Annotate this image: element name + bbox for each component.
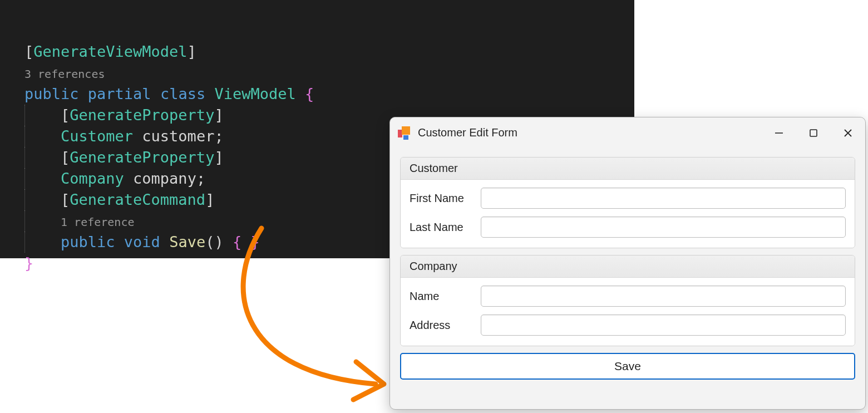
bracket-open: [ [61, 106, 70, 124]
company-name-label: Name [410, 290, 481, 303]
codelens-class[interactable]: 3 references [24, 67, 105, 81]
close-button[interactable] [831, 117, 865, 148]
company-address-label: Address [410, 319, 481, 332]
titlebar[interactable]: Customer Edit Form [390, 117, 865, 148]
brace-close: } [24, 254, 33, 272]
svg-rect-1 [810, 130, 817, 136]
first-name-input[interactable] [481, 188, 846, 209]
maximize-icon [809, 129, 818, 137]
window-title: Customer Edit Form [418, 126, 517, 139]
company-groupbox: Company Name Address [400, 255, 855, 346]
save-button[interactable]: Save [400, 353, 855, 380]
bracket-open: [ [61, 149, 70, 166]
attribute-generateproperty: GenerateProperty [70, 149, 214, 166]
company-name-row: Name [410, 286, 846, 307]
brace-open: { [305, 85, 314, 102]
customer-group-header: Customer [401, 158, 855, 180]
window-controls [762, 117, 865, 148]
bracket-open: [ [24, 43, 33, 60]
company-address-input[interactable] [481, 314, 846, 336]
bracket-close: ] [214, 149, 223, 166]
bracket-open: [ [61, 191, 70, 208]
form-body: Customer First Name Last Name Company Na… [390, 148, 865, 409]
customer-groupbox: Customer First Name Last Name [400, 157, 855, 248]
company-group-header: Company [401, 255, 855, 278]
minimize-button[interactable] [762, 117, 796, 148]
semicolon: ; [214, 127, 223, 145]
codelens-method[interactable]: 1 reference [61, 215, 134, 229]
semicolon: ; [196, 170, 205, 187]
last-name-row: Last Name [410, 217, 846, 238]
last-name-label: Last Name [410, 221, 481, 234]
attribute-generateproperty: GenerateProperty [70, 106, 214, 124]
bracket-close: ] [214, 106, 223, 124]
keyword-public: public [24, 85, 79, 102]
first-name-row: First Name [410, 188, 846, 209]
attribute-generatecommand: GenerateCommand [70, 191, 205, 208]
attribute-generateviewmodel: GenerateViewModel [33, 43, 187, 60]
method-save: Save [169, 233, 205, 250]
parens: () [205, 233, 224, 250]
keyword-public: public [61, 233, 115, 250]
company-address-row: Address [410, 314, 846, 336]
first-name-label: First Name [410, 192, 481, 205]
field-company: company [133, 170, 196, 187]
type-customer: Customer [61, 127, 133, 145]
bracket-close: ] [205, 191, 214, 208]
company-name-input[interactable] [481, 286, 846, 307]
keyword-class: class [160, 85, 205, 102]
app-icon [397, 126, 410, 140]
brace-close: } [250, 233, 259, 250]
bracket-close: ] [188, 43, 196, 60]
keyword-partial: partial [88, 85, 151, 102]
maximize-button[interactable] [796, 117, 831, 148]
field-customer: customer [142, 127, 214, 145]
type-company: Company [61, 170, 124, 187]
close-icon [843, 128, 853, 138]
last-name-input[interactable] [481, 217, 846, 238]
brace-open: { [233, 233, 241, 250]
class-name: ViewModel [214, 85, 295, 102]
keyword-void: void [124, 233, 160, 250]
minimize-icon [774, 128, 784, 138]
customer-edit-form-window: Customer Edit Form Customer First Name [389, 117, 866, 410]
